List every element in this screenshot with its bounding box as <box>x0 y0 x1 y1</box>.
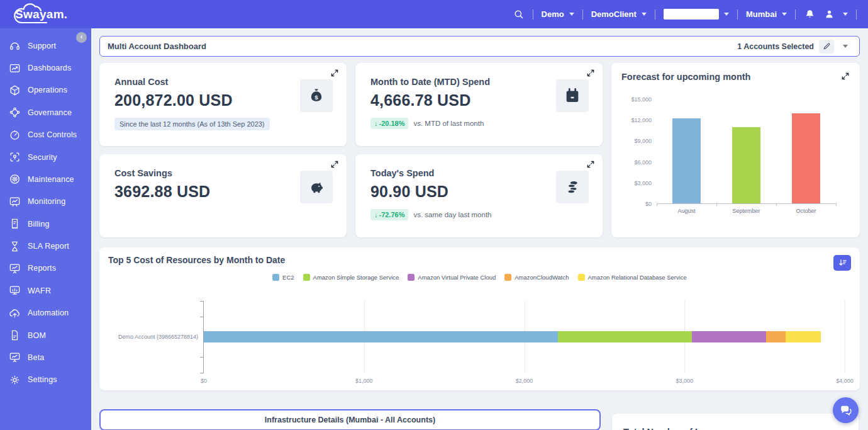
legend-swatch <box>303 274 310 281</box>
expand-icon[interactable] <box>330 69 340 79</box>
expand-icon[interactable] <box>841 72 851 82</box>
forecast-axis-tick <box>657 203 657 206</box>
sort-descending-button[interactable] <box>833 255 851 271</box>
forecast-ytick: $3,000 <box>634 180 652 186</box>
top5-category-label: Demo Account (398665278814) <box>118 334 198 340</box>
sidebar-item-label: Security <box>28 153 57 162</box>
topbar-separator <box>737 9 738 20</box>
forecast-axis-tick <box>776 203 777 206</box>
user-icon[interactable] <box>823 9 835 20</box>
dropdown-label: Demo <box>542 9 564 19</box>
sidebar-item-bom[interactable]: BOM <box>0 324 91 346</box>
sidebar-item-maintenance[interactable]: Maintenance <box>0 168 91 190</box>
bell-icon[interactable] <box>804 9 815 20</box>
legend-label: EC2 <box>282 274 294 281</box>
dropdown-democlient[interactable]: DemoClient <box>591 9 647 19</box>
blank-dropdown[interactable] <box>664 9 729 20</box>
sidebar-item-dashboards[interactable]: Dashboards <box>0 57 91 79</box>
infrastructure-details-title: Infrastructure Details (Mumbai - All Acc… <box>265 416 435 424</box>
forecast-axis-tick <box>716 203 717 206</box>
cost-savings-card: Cost Savings 3692.88 USD <box>99 154 347 237</box>
money-bag-icon: $ <box>300 79 333 112</box>
hourglass-icon <box>9 240 21 252</box>
forecast-card: Forecast for upcoming month $0$3,000$6,0… <box>611 63 860 237</box>
sidebar-item-label: Settings <box>28 375 57 384</box>
forecast-title: Forecast for upcoming month <box>621 72 850 82</box>
network-icon <box>9 106 21 118</box>
accounts-dropdown-button[interactable] <box>839 42 852 50</box>
sidebar-item-wafr[interactable]: WAFR <box>0 280 91 302</box>
search-icon[interactable] <box>513 9 525 20</box>
sidebar-item-billing[interactable]: Billing <box>0 213 91 235</box>
expand-icon[interactable] <box>330 160 340 170</box>
top5-xtick: $0 <box>201 378 207 384</box>
expand-icon[interactable] <box>586 69 596 79</box>
bar-segment <box>692 331 766 342</box>
app-logo[interactable]: Swayam. <box>9 0 67 28</box>
sidebar-item-sla-report[interactable]: SLA Report <box>0 235 91 257</box>
chart-window-icon <box>9 196 21 208</box>
topbar: Swayam. DemoDemoClientMumbai <box>0 0 868 28</box>
sidebar-item-label: Support <box>28 42 56 50</box>
edit-accounts-button[interactable] <box>819 40 834 54</box>
top5-axis-tick <box>200 373 204 373</box>
legend-swatch <box>578 274 585 281</box>
chevron-down-icon <box>642 13 647 16</box>
sidebar-item-monitoring[interactable]: Monitoring <box>0 191 91 213</box>
sidebar-collapse-icon[interactable]: ‹ <box>76 32 87 43</box>
sidebar-item-automation[interactable]: Automation <box>0 302 91 324</box>
legend-label: AmazonCloudWatch <box>515 274 569 281</box>
legend-swatch <box>272 274 279 281</box>
legend-item[interactable]: EC2 <box>272 274 294 281</box>
sidebar: ‹ SupportDashboardsOperationsGovernanceC… <box>0 28 91 430</box>
sidebar-item-settings[interactable]: Settings <box>0 369 91 391</box>
legend-item[interactable]: Amazon Simple Storage Service <box>303 274 399 281</box>
legend-item[interactable]: Amazon Relational Database Service <box>578 274 687 281</box>
dropdown-mumbai[interactable]: Mumbai <box>746 9 787 19</box>
blank-field[interactable] <box>664 9 719 20</box>
legend-item[interactable]: Amazon Virtual Private Cloud <box>408 274 496 281</box>
sidebar-item-cost-controls[interactable]: Cost Controls <box>0 124 91 146</box>
top5-resources-card: Top 5 Cost of Resources by Month to Date… <box>99 247 860 390</box>
calendar-icon <box>556 79 589 112</box>
dropdown-label: DemoClient <box>591 9 637 19</box>
accounts-selected-label: 1 Accounts Selected <box>737 42 814 51</box>
sidebar-item-label: Cost Controls <box>28 130 77 139</box>
scan-icon <box>9 151 21 163</box>
mtd-spend-card: Month to Date (MTD) Spend 4,666.78 USD ↓… <box>355 63 603 146</box>
sidebar-item-beta[interactable]: Beta <box>0 346 91 368</box>
receipt-icon <box>9 218 21 230</box>
gear-circle-icon <box>9 173 21 185</box>
dropdown-demo[interactable]: Demo <box>542 9 574 19</box>
sidebar-item-reports[interactable]: Reports <box>0 257 91 280</box>
chat-bubbles-icon <box>839 404 853 417</box>
forecast-ytick: $15,000 <box>631 96 652 103</box>
sidebar-item-operations[interactable]: Operations <box>0 79 91 101</box>
sidebar-item-label: Monitoring <box>28 197 65 206</box>
forecast-category-label: October <box>776 204 836 214</box>
presentation-icon <box>9 351 21 363</box>
expand-icon[interactable] <box>586 160 596 170</box>
mtd-delta-badge: ↓-20.18% <box>370 118 408 129</box>
forecast-ytick: $0 <box>645 201 652 207</box>
topbar-separator <box>795 9 796 20</box>
infrastructure-details-panel[interactable]: Infrastructure Details (Mumbai - All Acc… <box>99 409 601 430</box>
sidebar-item-label: Reports <box>28 264 56 273</box>
dropdown-label: Mumbai <box>746 9 777 19</box>
top5-xtick: $1,000 <box>355 378 373 384</box>
legend-item[interactable]: AmazonCloudWatch <box>504 274 569 281</box>
sidebar-item-governance[interactable]: Governance <box>0 101 91 123</box>
forecast-ytick: $9,000 <box>634 138 652 144</box>
page-title: Multi Account Dashboard <box>108 42 206 51</box>
sidebar-item-label: Governance <box>28 108 72 117</box>
top5-xtick: $3,000 <box>676 378 693 384</box>
chat-button[interactable] <box>833 397 859 423</box>
legend-swatch <box>504 274 511 281</box>
legend-label: Amazon Simple Storage Service <box>313 274 399 281</box>
mtd-delta-note: vs. MTD of last month <box>413 120 484 127</box>
sidebar-item-label: BOM <box>28 331 46 340</box>
sidebar-item-security[interactable]: Security <box>0 146 91 168</box>
chevron-down-icon <box>782 13 787 16</box>
bar-segment <box>558 331 692 342</box>
user-caret-icon[interactable] <box>843 13 848 16</box>
